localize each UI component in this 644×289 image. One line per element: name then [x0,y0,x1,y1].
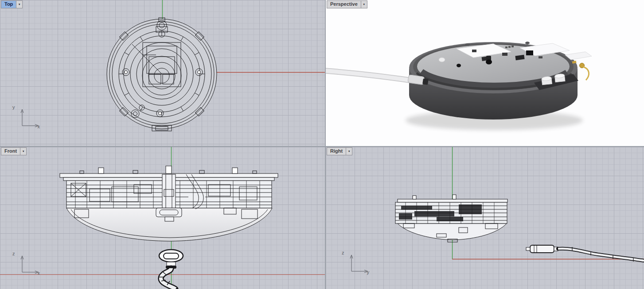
cad-four-viewport-layout: Top ▼ y x [0,0,644,289]
viewport-tab-front[interactable]: Front ▼ [1,147,27,155]
viewport-top[interactable]: Top ▼ y x [0,0,325,146]
chevron-down-icon[interactable]: ▼ [346,147,352,155]
axis-label-horizontal: x [38,124,40,129]
axis-label-vertical: y [12,104,15,110]
axis-label-horizontal: y [367,270,370,275]
right-view-wireframe [395,195,507,242]
axis-arrows-icon [18,254,40,275]
axis-indicator-front: z x [12,251,41,276]
viewport-title-perspective[interactable]: Perspective [327,0,361,8]
axis-label-horizontal: x [38,270,40,276]
front-viewport-canvas[interactable] [0,147,325,289]
perspective-viewport-canvas[interactable] [326,0,644,146]
chevron-down-icon[interactable]: ▼ [361,0,367,8]
axis-indicator-top: y x [12,104,41,129]
axis-arrows-icon [347,253,369,274]
viewport-title-top[interactable]: Top [1,0,16,8]
viewport-right[interactable]: Right ▼ z y [326,147,644,289]
top-view-wireframe [107,18,217,131]
viewport-tab-right[interactable]: Right ▼ [327,147,352,155]
chevron-down-icon[interactable]: ▼ [16,0,23,8]
viewport-tab-top[interactable]: Top ▼ [1,0,23,8]
viewport-tab-perspective[interactable]: Perspective ▼ [327,0,367,8]
axis-arrows-icon [18,107,40,128]
chevron-down-icon[interactable]: ▼ [20,147,27,155]
top-viewport-canvas[interactable] [0,0,325,146]
viewport-front[interactable]: Front ▼ z x [0,147,325,289]
axis-indicator-right: z y [342,250,370,275]
viewport-title-right[interactable]: Right [327,147,346,155]
axis-label-vertical: z [342,250,344,255]
front-view-wireframe [60,166,278,241]
axis-label-vertical: z [12,251,15,256]
viewport-title-front[interactable]: Front [1,147,20,155]
right-viewport-canvas[interactable] [326,147,644,289]
viewport-perspective[interactable]: Perspective ▼ [326,0,644,146]
power-cable [159,250,183,289]
